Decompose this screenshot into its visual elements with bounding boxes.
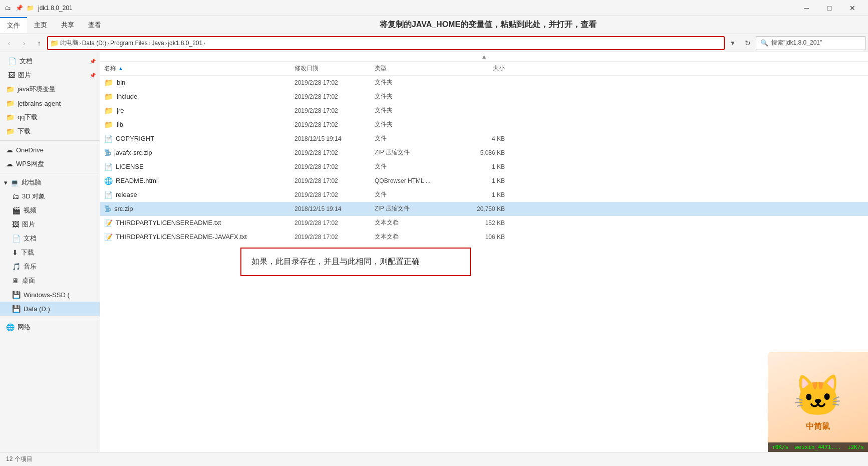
video-icon: 🎬 (12, 206, 21, 214)
crumb-sep-2: › (107, 40, 109, 46)
sidebar-label-java: java环境变量 (18, 85, 56, 94)
sidebar-item-java[interactable]: 📁 java环境变量 (0, 82, 100, 96)
sidebar-label-download: 下载 (18, 127, 31, 136)
refresh-button[interactable]: ↻ (741, 36, 755, 50)
sidebar-label-docs2: 文档 (24, 234, 37, 243)
folder-icon: 📁 (104, 120, 114, 129)
crumb-data[interactable]: Data (D:) (82, 40, 107, 47)
search-bar[interactable]: 🔍 搜索"jdk1.8.0_201" (756, 36, 866, 50)
address-bar[interactable]: 📁 此电脑 › Data (D:) › Program Files › Java… (47, 36, 725, 50)
close-button[interactable]: ✕ (841, 0, 864, 16)
file-name-cell: 🌐 README.html (104, 177, 295, 185)
sidebar-item-windows[interactable]: 💾 Windows-SSD ( (0, 288, 100, 302)
sidebar-item-desktop[interactable]: 🖥 桌面 (0, 274, 100, 288)
sidebar-label-thispc: 此电脑 (22, 178, 41, 187)
file-date: 2019/2/28 17:02 (295, 121, 375, 128)
sidebar-group-thispc[interactable]: ▾ 💻 此电脑 (0, 175, 100, 189)
file-name: include (117, 93, 137, 100)
zip-icon: 🗜 (104, 205, 111, 213)
file-type: 文本文档 (375, 218, 455, 227)
sidebar-item-download[interactable]: 📁 下载 (0, 124, 100, 138)
menu-bar: 文件 主页 共享 查看 将复制的JAVA_HOME的变量值，粘贴到此处，并打开，… (0, 16, 868, 34)
col-type-label: 类型 (375, 65, 387, 72)
network-upload: ↑0K/s (772, 444, 788, 450)
file-name: src.zip (114, 205, 133, 212)
html-icon: 🌐 (104, 177, 113, 185)
file-date: 2019/2/28 17:02 (295, 79, 375, 86)
sidebar-item-pics-pinned[interactable]: 🖼 图片 📌 (0, 68, 100, 82)
table-row[interactable]: 🌐 README.html 2019/2/28 17:02 QQBrowser … (100, 174, 868, 188)
table-row[interactable]: 🗜 javafx-src.zip 2019/2/28 17:02 ZIP 压缩文… (100, 146, 868, 160)
up-button[interactable]: ↑ (32, 36, 46, 50)
docs-icon: 📄 (8, 57, 17, 65)
sidebar-item-data[interactable]: 💾 Data (D:) (0, 302, 100, 316)
menu-tab-home[interactable]: 主页 (27, 18, 54, 33)
sidebar-item-jetbrains[interactable]: 📁 jetbrains-agent (0, 96, 100, 110)
sidebar-item-video[interactable]: 🎬 视频 (0, 203, 100, 217)
table-row[interactable]: 📝 THIRDPARTYLICENSEREADME-JAVAFX.txt 201… (100, 230, 868, 244)
title-folder-icon: 📁 (26, 4, 34, 12)
col-header-type[interactable]: 类型 (375, 64, 455, 73)
sidebar-item-3d[interactable]: 🗂 3D 对象 (0, 189, 100, 203)
col-header-date[interactable]: 修改日期 (295, 64, 375, 73)
sidebar-item-music[interactable]: 🎵 音乐 (0, 260, 100, 274)
file-icon: 📄 (104, 191, 113, 199)
onedrive-icon: ☁ (6, 146, 13, 154)
file-name: README.html (116, 177, 158, 184)
table-row[interactable]: 📁 jre 2019/2/28 17:02 文件夹 (100, 104, 868, 118)
file-name-cell: 📝 THIRDPARTYLICENSEREADME-JAVAFX.txt (104, 233, 295, 241)
crumb-programfiles[interactable]: Program Files (110, 40, 148, 47)
col-header-size[interactable]: 大小 (455, 64, 505, 73)
sidebar-label-music: 音乐 (24, 262, 37, 271)
file-size: 5,086 KB (455, 149, 505, 156)
file-name-cell: 📁 bin (104, 78, 295, 87)
maximize-button[interactable]: □ (818, 0, 841, 16)
sidebar-item-qq[interactable]: 📁 qq下载 (0, 110, 100, 124)
address-dropdown-button[interactable]: ▼ (726, 36, 740, 50)
sidebar-item-wps[interactable]: ☁ WPS网盘 (0, 157, 100, 171)
table-row[interactable]: 🗜 src.zip 2018/12/15 19:14 ZIP 压缩文件 20,7… (100, 202, 868, 216)
table-row[interactable]: 📝 THIRDPARTYLICENSEREADME.txt 2019/2/28 … (100, 216, 868, 230)
sidebar-item-dl2[interactable]: ⬇ 下载 (0, 246, 100, 260)
cat-decoration: 🐱 中简鼠 (768, 352, 868, 452)
forward-button[interactable]: › (17, 36, 31, 50)
file-name: bin (117, 79, 125, 86)
crumb-sep-4: › (165, 40, 167, 46)
crumb-computer[interactable]: 此电脑 (60, 39, 78, 47)
table-row[interactable]: 📄 COPYRIGHT 2018/12/15 19:14 文件 4 KB (100, 132, 868, 146)
file-name-cell: 📄 LICENSE (104, 163, 295, 171)
content-area: ▲ 名称 ▲ 修改日期 类型 大小 📁 bin 2019/2/28 17:02 … (100, 52, 868, 452)
file-name: lib (117, 121, 123, 128)
menu-tab-view[interactable]: 查看 (81, 18, 108, 33)
sidebar-divider-2 (0, 173, 100, 173)
menu-tab-share[interactable]: 共享 (54, 18, 81, 33)
java-folder-icon: 📁 (6, 85, 15, 93)
main-layout: 📄 文档 📌 🖼 图片 📌 📁 java环境变量 📁 jetbrains-age… (0, 52, 868, 452)
file-type: 文件夹 (375, 120, 455, 129)
dl2-icon: ⬇ (12, 249, 18, 257)
sidebar-item-network[interactable]: 🌐 网络 (0, 320, 100, 334)
file-name: javafx-src.zip (114, 149, 152, 156)
table-row[interactable]: 📁 include 2019/2/28 17:02 文件夹 (100, 90, 868, 104)
breadcrumb: 此电脑 › Data (D:) › Program Files › Java ›… (60, 39, 205, 47)
sidebar-item-pics2[interactable]: 🖼 图片 (0, 217, 100, 231)
col-header-name[interactable]: 名称 ▲ (104, 64, 295, 73)
table-row[interactable]: 📄 LICENSE 2019/2/28 17:02 文件 1 KB (100, 160, 868, 174)
sidebar-item-docs2[interactable]: 📄 文档 (0, 231, 100, 246)
crumb-jdk[interactable]: jdk1.8.0_201 (168, 40, 202, 47)
file-name: COPYRIGHT (116, 135, 154, 142)
sidebar-label-dl2: 下载 (21, 248, 34, 257)
minimize-button[interactable]: ─ (795, 0, 818, 16)
back-button[interactable]: ‹ (2, 36, 16, 50)
file-date: 2019/2/28 17:02 (295, 107, 375, 114)
table-row[interactable]: 📁 lib 2019/2/28 17:02 文件夹 (100, 118, 868, 132)
address-folder-icon: 📁 (50, 39, 58, 47)
crumb-java[interactable]: Java (151, 40, 164, 47)
table-row[interactable]: 📁 bin 2019/2/28 17:02 文件夹 (100, 76, 868, 90)
sidebar-item-onedrive[interactable]: ☁ OneDrive (0, 143, 100, 157)
sidebar-item-docs-pinned[interactable]: 📄 文档 📌 (0, 54, 100, 68)
table-row[interactable]: 📄 release 2019/2/28 17:02 文件 1 KB (100, 188, 868, 202)
file-type: 文件夹 (375, 78, 455, 87)
search-icon: 🔍 (760, 39, 768, 47)
menu-tab-file[interactable]: 文件 (0, 17, 27, 33)
